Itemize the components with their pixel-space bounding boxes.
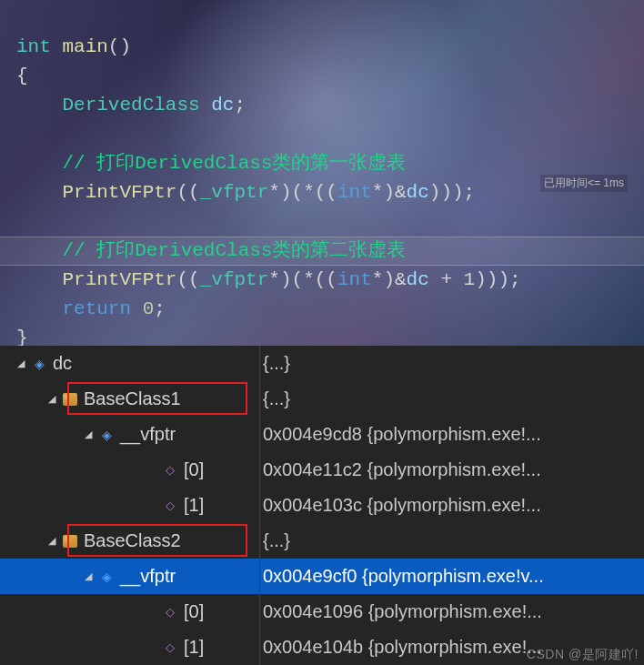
watch-name: [0] [184,459,204,480]
code-content: int main() { DerivedClass dc; // 打印Deriv… [0,0,644,346]
watch-value: 0x004e103c {polymorphism.exe!... [259,495,644,516]
watch-name: [1] [184,637,204,658]
watch-value: 0x004e1096 {polymorphism.exe!... [259,601,644,622]
watch-value: 0x004e11c2 {polymorphism.exe!... [259,459,644,480]
expand-toggle[interactable]: ◢ [45,393,58,406]
watch-value: 0x004e9cd8 {polymorphism.exe!... [259,424,644,445]
function-name: main [62,36,107,57]
watch-row-array-item[interactable]: ▪ ◇ [0] 0x004e11c2 {polymorphism.exe!... [0,452,644,488]
int-keyword: int [337,182,372,203]
watch-name: BaseClass2 [84,530,181,551]
watch-row-array-item[interactable]: ▪ ◇ [0] 0x004e1096 {polymorphism.exe!... [0,594,644,630]
watch-name: BaseClass1 [84,388,181,409]
field-icon: ◇ [162,604,178,620]
cast-type: _vfptr [200,182,269,203]
brace-close: } [16,327,28,346]
watch-name: [0] [184,601,204,622]
variable: dc [407,182,429,203]
watch-row-vfptr2[interactable]: ◢ ◈ __vfptr 0x004e9cf0 {polymorphism.exe… [0,559,644,594]
variable: dc [211,95,234,116]
field-icon: ◇ [162,640,178,656]
function-call: PrintVFPtr [62,182,176,203]
variable: dc [407,269,429,290]
watch-name: [1] [184,495,204,516]
watch-name: dc [53,353,72,374]
return-keyword: return [62,298,131,319]
watch-row-dc[interactable]: ◢ ◈ dc {...} [0,346,644,381]
watch-value: {...} [259,530,644,551]
watch-panel[interactable]: ◢ ◈ dc {...} ◢ BaseClass1 {...} ◢ ◈ __vf… [0,346,644,665]
object-icon: ◈ [98,427,115,443]
object-icon: ◈ [31,356,47,372]
watermark-text: CSDN @是阿建吖! [527,647,639,663]
comment-line: // 打印DerivedClass类的第二张虚表 [62,240,406,261]
comment-line: // 打印DerivedClass类的第一张虚表 [62,153,406,174]
offset: + 1 [429,269,475,290]
type-keyword: DerivedClass [62,95,199,116]
number-literal: 0 [143,298,155,319]
watch-name: __vfptr [120,424,176,445]
execution-timing-badge: 已用时间<= 1ms [540,175,628,192]
expand-toggle[interactable]: ◢ [45,535,58,548]
expand-toggle[interactable]: ◢ [15,358,27,370]
type-keyword: int [16,36,51,57]
brace-open: { [16,65,28,86]
watch-row-array-item[interactable]: ▪ ◇ [1] 0x004e103c {polymorphism.exe!... [0,488,644,523]
watch-row-baseclass1[interactable]: ◢ BaseClass1 {...} [0,381,644,417]
watch-name: __vfptr [120,566,176,587]
object-icon: ◈ [98,569,115,585]
watch-row-vfptr1[interactable]: ◢ ◈ __vfptr 0x004e9cd8 {polymorphism.exe… [0,417,644,452]
expand-toggle[interactable]: ◢ [82,570,95,583]
int-keyword: int [337,269,372,290]
parens: () [108,36,131,57]
semicolon: ; [234,95,246,116]
function-call: PrintVFPtr [62,269,176,290]
field-icon: ◇ [162,498,178,514]
watch-value: {...} [259,353,644,374]
class-icon [62,391,78,408]
field-icon: ◇ [162,462,178,479]
code-editor[interactable]: int main() { DerivedClass dc; // 打印Deriv… [0,0,644,346]
watch-value: {...} [259,388,644,409]
cast-type: _vfptr [200,269,269,290]
watch-row-baseclass2[interactable]: ◢ BaseClass2 {...} [0,523,644,559]
watch-value: 0x004e9cf0 {polymorphism.exe!v... [259,566,644,587]
expand-toggle[interactable]: ◢ [82,428,95,441]
class-icon [62,533,78,549]
column-divider[interactable] [259,346,260,665]
